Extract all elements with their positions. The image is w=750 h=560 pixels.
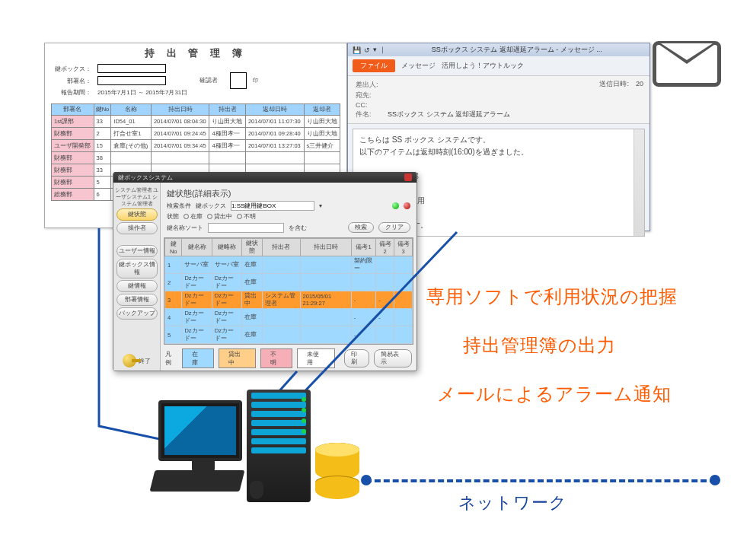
- feature-report: 持出管理簿の出力: [463, 333, 616, 358]
- grid-row[interactable]: 2DzカードーDzカードー在庫: [165, 274, 413, 291]
- feature-alarm: メールによるアラーム通知: [437, 382, 672, 406]
- close-icon[interactable]: [404, 173, 412, 181]
- status-led-red: [404, 202, 410, 209]
- keybox-select[interactable]: [231, 201, 314, 211]
- report-row: 1st課部33ID54_012014/07/01 08:04:30り山田大地20…: [52, 116, 340, 128]
- mail-header-fields: 送信日時: 20 差出人: 宛先: CC: 件名:SSボックス システム 返却遅…: [348, 75, 649, 124]
- grid-row[interactable]: 4DzカードーDzカードー在庫--: [165, 309, 413, 326]
- tab-message[interactable]: メッセージ: [401, 61, 436, 71]
- simple-button[interactable]: 簡易表示: [374, 349, 412, 368]
- keyboard-icon: [150, 470, 245, 492]
- grid-row[interactable]: 3DzカードーDzカードー貸出中システム管理者2015/05/01 21:29:…: [165, 291, 413, 309]
- sidebar-btn-user[interactable]: ユーザー情報: [116, 245, 158, 257]
- key-grid[interactable]: 鍵No鍵名称鍵略称鍵状態持出者持出日時備考1備考2備考3 1サーバ室サーバ室在庫…: [164, 238, 413, 345]
- report-header: 鍵ボックス： 確認者 印 部署名： 報告期間：2015年7月1日 ～ 2015年…: [51, 62, 262, 99]
- print-button[interactable]: 印刷: [344, 349, 370, 368]
- app-sidebar: システム管理者 ユーザシステム1 システム管理者 鍵状態 操作者 ユーザー情報 …: [113, 173, 161, 371]
- report-row: ユーザ開発部15倉庫(その他)2014/07/01 09:34:454種田孝一2…: [52, 140, 340, 152]
- tab-use[interactable]: 活用しよう！アウトルック: [442, 61, 524, 71]
- save-icon[interactable]: 💾: [353, 46, 361, 54]
- grid-row[interactable]: 1サーバ室サーバ室在庫契約限ー: [165, 256, 413, 274]
- sidebar-btn-key[interactable]: 鍵情報: [116, 280, 158, 292]
- grid-row[interactable]: 5DzカードーDzカードー在庫-: [165, 326, 413, 344]
- view-title: 鍵状態(詳細表示): [167, 188, 410, 199]
- sidebar-btn-operator[interactable]: 操作者: [116, 222, 158, 234]
- sidebar-btn-dept[interactable]: 部署情報: [116, 294, 158, 306]
- hardware-cluster: [158, 388, 372, 533]
- clear-button[interactable]: クリア: [378, 222, 410, 233]
- tab-file[interactable]: ファイル: [353, 59, 395, 72]
- undo-icon[interactable]: ↺: [364, 46, 370, 54]
- mail-icon: [653, 37, 727, 90]
- sidebar-btn-keybox[interactable]: 鍵ボックス情報: [116, 259, 158, 278]
- report-row: 財務部38: [52, 152, 340, 164]
- report-row: 財務部2打合せ室12014/07/01 09:24:454種田孝一2014/07…: [52, 128, 340, 140]
- mouse-icon: [250, 481, 263, 499]
- grid-row[interactable]: 6DzカードーDzカードー在庫-: [165, 344, 413, 345]
- network-label: ネットワーク: [458, 492, 567, 514]
- scrollbar[interactable]: [634, 129, 644, 236]
- app-titlebar: 鍵ボックスシステム: [113, 172, 416, 183]
- database-icon: [315, 443, 359, 496]
- search-button[interactable]: 検索: [348, 222, 374, 233]
- status-led-green: [392, 202, 399, 209]
- monitor-icon: [158, 400, 242, 461]
- sidebar-btn-backup[interactable]: バックアップ: [116, 307, 158, 320]
- mail-titlebar: 💾 ↺ ▾ ｜ SSボックス システム 返却遅延アラーム - メッセージ ...: [348, 43, 649, 56]
- sort-input[interactable]: [208, 223, 284, 233]
- sidebar-btn-keystatus[interactable]: 鍵状態: [116, 208, 158, 221]
- key-status-app: 鍵ボックスシステム システム管理者 ユーザシステム1 システム管理者 鍵状態 操…: [113, 172, 417, 371]
- feature-usage: 専用ソフトで利用状況の把握: [426, 285, 678, 309]
- key-icon: [123, 354, 136, 368]
- report-title: 持 出 管 理 簿: [51, 46, 340, 60]
- network-line: [365, 477, 716, 483]
